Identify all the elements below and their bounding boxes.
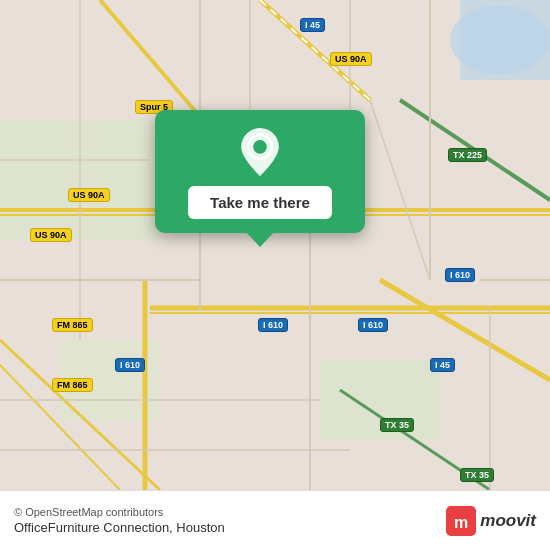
road-label-fm865-top: FM 865: [52, 318, 93, 332]
bottom-bar: © OpenStreetMap contributors OfficeFurni…: [0, 490, 550, 550]
moovit-wordmark: moovit: [480, 511, 536, 531]
svg-text:m: m: [454, 514, 468, 531]
road-label-tx225: TX 225: [448, 148, 487, 162]
svg-point-32: [253, 140, 267, 154]
copyright-text: © OpenStreetMap contributors: [14, 506, 225, 518]
road-label-i610-right: I 610: [445, 268, 475, 282]
map-background: [0, 0, 550, 490]
svg-point-2: [450, 5, 550, 75]
road-label-i45-top: I 45: [300, 18, 325, 32]
road-label-i610-mid2: I 610: [358, 318, 388, 332]
road-label-us90a-mid: US 90A: [68, 188, 110, 202]
road-label-i610-mid1: I 610: [258, 318, 288, 332]
popup-card: Take me there: [155, 110, 365, 233]
road-label-i45-bot: I 45: [430, 358, 455, 372]
road-label-us90a-top: US 90A: [330, 52, 372, 66]
road-label-fm865-bot: FM 865: [52, 378, 93, 392]
road-label-tx35b: TX 35: [460, 468, 494, 482]
road-label-us90a-left: US 90A: [30, 228, 72, 242]
location-text: OfficeFurniture Connection, Houston: [14, 520, 225, 535]
take-me-there-button[interactable]: Take me there: [188, 186, 332, 219]
map-container: I 45US 90ASpur 5US 90AUS 90AFM 865I 610I…: [0, 0, 550, 490]
map-pin-icon: [236, 128, 284, 176]
road-label-i610-left: I 610: [115, 358, 145, 372]
road-label-tx35: TX 35: [380, 418, 414, 432]
moovit-icon: m: [446, 506, 476, 536]
moovit-logo: m moovit: [446, 506, 536, 536]
